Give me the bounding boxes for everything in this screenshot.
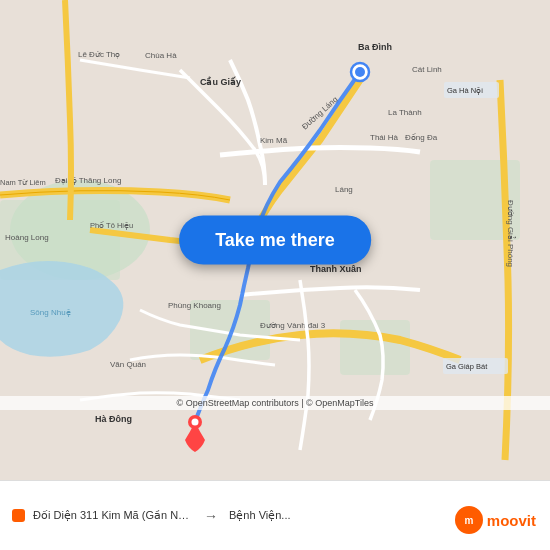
bottom-bar: Đối Diện 311 Kim Mã (Gần Ngã 4 Kim ... →… bbox=[0, 480, 550, 550]
svg-text:Phùng Khoang: Phùng Khoang bbox=[168, 301, 221, 310]
svg-text:Nam Từ Liêm: Nam Từ Liêm bbox=[0, 178, 46, 187]
svg-point-35 bbox=[192, 419, 199, 426]
svg-text:Đường Vành đai 3: Đường Vành đai 3 bbox=[260, 321, 326, 330]
svg-text:Thái Hà: Thái Hà bbox=[370, 133, 399, 142]
origin-marker-icon bbox=[12, 509, 25, 522]
svg-text:m: m bbox=[464, 515, 473, 526]
svg-text:Sông Nhuệ: Sông Nhuệ bbox=[30, 308, 71, 317]
svg-text:Hà Đông: Hà Đông bbox=[95, 414, 132, 424]
route-arrow-icon: → bbox=[204, 508, 218, 524]
moovit-logo-icon: m bbox=[455, 506, 483, 534]
destination-label: Bệnh Viện... bbox=[229, 509, 291, 522]
svg-text:Hoàng Long: Hoàng Long bbox=[5, 233, 49, 242]
svg-text:Văn Quán: Văn Quán bbox=[110, 360, 146, 369]
svg-text:Phố Tô Hiệu: Phố Tô Hiệu bbox=[90, 221, 133, 230]
svg-text:Láng: Láng bbox=[335, 185, 353, 194]
svg-text:La Thành: La Thành bbox=[388, 108, 422, 117]
svg-text:Thanh Xuân: Thanh Xuân bbox=[310, 264, 362, 274]
route-info: Đối Diện 311 Kim Mã (Gần Ngã 4 Kim ... →… bbox=[12, 508, 291, 524]
svg-text:Ga Hà Nội: Ga Hà Nội bbox=[447, 86, 483, 95]
svg-text:Đống Đa: Đống Đa bbox=[405, 133, 438, 142]
take-me-there-button[interactable]: Take me there bbox=[179, 216, 371, 265]
svg-point-33 bbox=[355, 67, 365, 77]
svg-text:Chùa Hà: Chùa Hà bbox=[145, 51, 177, 60]
origin-label: Đối Diện 311 Kim Mã (Gần Ngã 4 Kim ... bbox=[33, 508, 193, 522]
svg-text:Đại lộ Thăng Long: Đại lộ Thăng Long bbox=[55, 176, 121, 185]
moovit-brand-text: moovit bbox=[487, 512, 536, 529]
moovit-logo: m moovit bbox=[455, 506, 536, 534]
svg-text:Cát Linh: Cát Linh bbox=[412, 65, 442, 74]
svg-rect-4 bbox=[340, 320, 410, 375]
svg-text:Cầu Giấy: Cầu Giấy bbox=[200, 76, 241, 87]
map-container: Sông Nhuệ Đại lộ Thăng Long Phố Tô Hiệu … bbox=[0, 0, 550, 480]
svg-text:Ba Đình: Ba Đình bbox=[358, 42, 392, 52]
svg-text:Lê Đức Thọ: Lê Đức Thọ bbox=[78, 50, 120, 59]
svg-text:Kim Mã: Kim Mã bbox=[260, 136, 288, 145]
svg-text:Đường Giải Phóng: Đường Giải Phóng bbox=[506, 200, 516, 267]
svg-text:Ga Giáp Bát: Ga Giáp Bát bbox=[446, 362, 488, 371]
map-attribution: © OpenStreetMap contributors | © OpenMap… bbox=[0, 396, 550, 410]
